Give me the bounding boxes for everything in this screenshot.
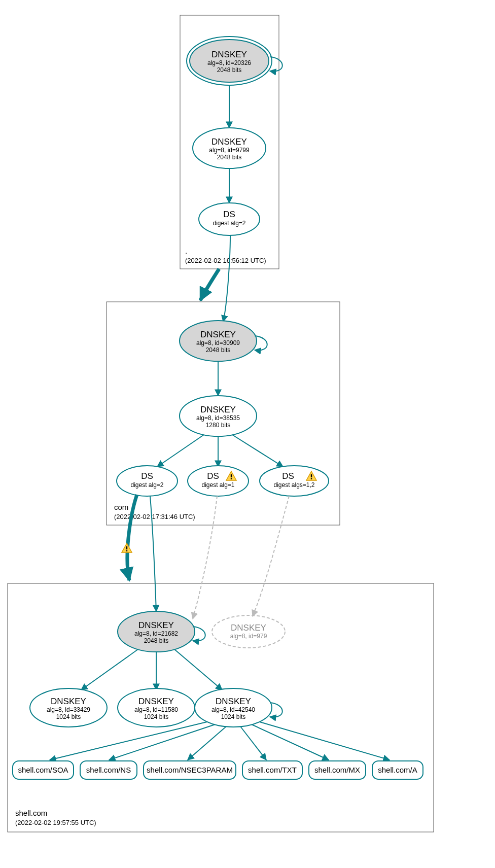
svg-text:DNSKEY: DNSKEY <box>211 137 247 147</box>
svg-text:alg=8, id=20326: alg=8, id=20326 <box>207 59 251 66</box>
rrset-soa: shell.com/SOA <box>13 761 74 779</box>
svg-text:2048 bits: 2048 bits <box>217 154 242 161</box>
dnssec-graph: . (2022-02-02 16:56:12 UTC) DNSKEY alg=8… <box>0 0 495 868</box>
zone-shell-time: (2022-02-02 19:57:55 UTC) <box>15 819 96 826</box>
svg-text:DS: DS <box>223 210 235 219</box>
node-shell-z1: DNSKEY alg=8, id=33429 1024 bits <box>30 688 107 727</box>
edge-z3-soa <box>50 722 207 760</box>
svg-point-22 <box>117 466 178 496</box>
svg-text:digest alg=2: digest alg=2 <box>130 481 163 489</box>
zone-com-label: com <box>114 503 128 511</box>
svg-text:DS: DS <box>207 471 219 481</box>
svg-text:1280 bits: 1280 bits <box>206 422 231 429</box>
node-com-zsk: DNSKEY alg=8, id=38535 1280 bits <box>180 396 257 436</box>
node-shell-z3: DNSKEY alg=8, id=42540 1024 bits <box>195 688 272 727</box>
svg-text:alg=8, id=9799: alg=8, id=9799 <box>209 147 250 154</box>
svg-point-25 <box>188 466 249 496</box>
svg-text:alg=8, id=42540: alg=8, id=42540 <box>211 706 255 713</box>
edge-com-zsk-ds3 <box>232 435 283 467</box>
svg-text:DNSKEY: DNSKEY <box>216 697 251 706</box>
edge-com-to-shell-delegation <box>127 495 137 580</box>
edge-root-to-com-delegation <box>200 269 219 300</box>
svg-text:digest alg=1: digest alg=1 <box>201 481 234 489</box>
zone-root-time: (2022-02-02 16:56:12 UTC) <box>185 257 266 264</box>
svg-text:DNSKEY: DNSKEY <box>51 697 86 706</box>
svg-text:2048 bits: 2048 bits <box>206 346 231 354</box>
zone-com-time: (2022-02-02 17:31:46 UTC) <box>114 513 195 520</box>
rrset-a: shell.com/A <box>372 761 423 779</box>
svg-text:DS: DS <box>141 471 153 481</box>
svg-text:1024 bits: 1024 bits <box>221 713 246 720</box>
svg-text:1024 bits: 1024 bits <box>56 713 81 720</box>
edge-z3-txt <box>240 726 266 760</box>
node-com-ds3: DS digest algs=1,2 <box>260 466 329 496</box>
svg-text:shell.com/A: shell.com/A <box>378 766 417 774</box>
rrset-txt: shell.com/TXT <box>242 761 302 779</box>
node-root-ksk: DNSKEY alg=8, id=20326 2048 bits <box>187 37 272 85</box>
rrset-nsec3param: shell.com/NSEC3PARAM <box>144 761 236 779</box>
edge-com-zsk-ds1 <box>157 435 204 467</box>
node-com-ds2: DS digest alg=1 <box>188 466 249 496</box>
svg-text:DNSKEY: DNSKEY <box>200 330 236 339</box>
node-root-zsk: DNSKEY alg=8, id=9799 2048 bits <box>193 128 266 168</box>
svg-text:shell.com/TXT: shell.com/TXT <box>248 766 297 774</box>
svg-text:2048 bits: 2048 bits <box>144 637 169 644</box>
svg-text:2048 bits: 2048 bits <box>217 66 242 74</box>
warning-icon <box>122 543 132 552</box>
edge-shell-ksk-z1 <box>81 649 138 690</box>
svg-text:shell.com/NS: shell.com/NS <box>86 766 131 774</box>
node-shell-old: DNSKEY alg=8, id=979 <box>212 615 285 648</box>
node-com-ksk: DNSKEY alg=8, id=30909 2048 bits <box>180 321 257 361</box>
svg-text:shell.com/SOA: shell.com/SOA <box>18 766 68 774</box>
svg-text:DNSKEY: DNSKEY <box>211 50 247 59</box>
zone-shell-label: shell.com <box>15 809 47 817</box>
svg-text:alg=8, id=11580: alg=8, id=11580 <box>134 706 178 713</box>
svg-text:alg=8, id=30909: alg=8, id=30909 <box>196 339 240 346</box>
svg-text:digest algs=1,2: digest algs=1,2 <box>273 481 314 489</box>
svg-point-28 <box>260 466 329 496</box>
edge-com-ds3-to-shell-old <box>253 496 289 616</box>
rrset-ns: shell.com/NS <box>80 761 137 779</box>
edge-z3-mx <box>252 724 329 760</box>
svg-point-11 <box>199 203 260 235</box>
svg-text:alg=8, id=979: alg=8, id=979 <box>230 633 267 640</box>
node-shell-ksk: DNSKEY alg=8, id=21682 2048 bits <box>118 611 195 652</box>
node-root-ds: DS digest alg=2 <box>199 203 260 235</box>
edge-z3-a <box>260 722 390 760</box>
svg-text:shell.com/MX: shell.com/MX <box>314 766 360 774</box>
svg-text:alg=8, id=33429: alg=8, id=33429 <box>47 706 90 713</box>
svg-text:1024 bits: 1024 bits <box>144 713 169 720</box>
node-shell-z2: DNSKEY alg=8, id=11580 1024 bits <box>118 688 195 727</box>
svg-text:alg=8, id=21682: alg=8, id=21682 <box>134 630 178 637</box>
node-com-ds1: DS digest alg=2 <box>117 466 178 496</box>
svg-text:DNSKEY: DNSKEY <box>138 620 174 630</box>
svg-text:DS: DS <box>282 471 294 481</box>
svg-text:DNSKEY: DNSKEY <box>138 697 174 706</box>
edge-root-ds-to-com-ksk <box>223 235 230 322</box>
svg-text:DNSKEY: DNSKEY <box>200 405 236 414</box>
edge-shell-ksk-z3 <box>174 649 222 690</box>
zone-root-label: . <box>185 247 187 255</box>
rrset-mx: shell.com/MX <box>309 761 366 779</box>
svg-text:shell.com/NSEC3PARAM: shell.com/NSEC3PARAM <box>147 766 233 774</box>
edge-com-ds2-to-shell-ksk <box>193 496 217 619</box>
svg-text:digest alg=2: digest alg=2 <box>213 220 245 227</box>
svg-text:alg=8, id=38535: alg=8, id=38535 <box>196 414 240 422</box>
svg-text:DNSKEY: DNSKEY <box>231 623 266 633</box>
